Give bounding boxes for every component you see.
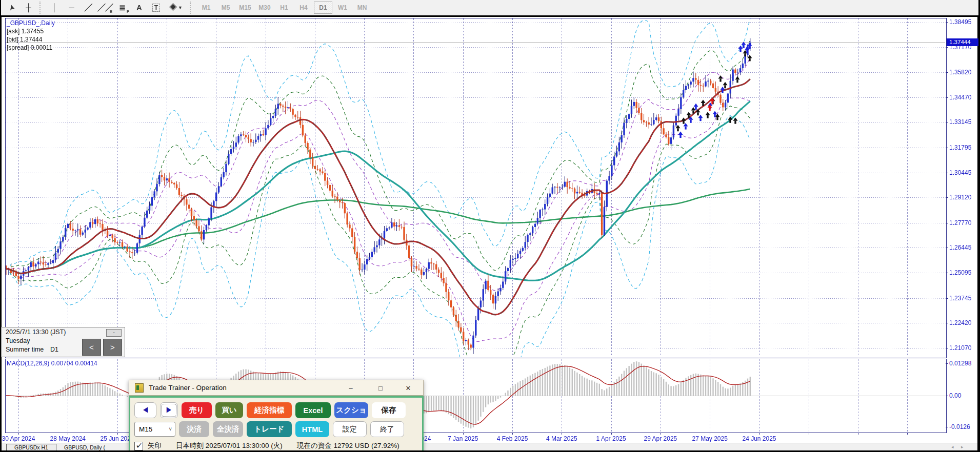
price-axis-label: 1.29120	[949, 194, 971, 201]
japan-time-label: 日本時刻 2025/07/01 13:30:00 (火)	[176, 441, 283, 450]
chart-tab-gbpusd-daily[interactable]: GBPUSD, Daily (	[64, 444, 105, 450]
macd-indicator-label: MACD(12,26,9) 0.00704 0.00414	[7, 360, 97, 367]
trend-line-icon[interactable]: ╱	[80, 2, 97, 14]
step-back-button[interactable]: <	[82, 339, 101, 356]
timeframe-button-h4[interactable]: H4	[294, 2, 313, 14]
spread-label: [spread] 0.00011	[7, 44, 52, 51]
price-axis-label: 1.31795	[949, 144, 971, 151]
date-axis-label: 4 Mar 2025	[546, 435, 577, 442]
text-icon[interactable]: A	[131, 2, 148, 14]
toolbar-separator	[190, 2, 194, 14]
timeframe-select[interactable]: M15 ˅	[134, 422, 175, 437]
info-season: Summer time	[6, 346, 44, 353]
date-axis-label: 29 Apr 2025	[644, 435, 677, 442]
bid-label: [bid] 1.37444	[7, 36, 42, 43]
balance-label: 現在の資金 12792 USD (27.92%)	[297, 441, 399, 450]
timeframe-group: M1M5M15M30H1H4D1W1MN	[196, 2, 372, 14]
symbol-label: _GBPUSD_,Daily	[7, 19, 55, 27]
timeframe-button-m30[interactable]: M30	[255, 2, 274, 14]
html-button[interactable]: HTML	[295, 421, 329, 437]
dialog-title: Trade Trainer - Operation	[149, 384, 227, 392]
price-axis-label: 1.33145	[949, 118, 971, 126]
price-axis-label: 1.30445	[949, 169, 971, 176]
date-axis-label: 27 May 2025	[692, 435, 727, 442]
excel-button[interactable]: Excel	[295, 402, 331, 418]
screenshot-button[interactable]: スクショ	[334, 402, 368, 418]
arrow-checkbox-label: 矢印	[148, 441, 162, 450]
prev-bar-button[interactable]: ◀	[134, 402, 156, 418]
arrows-shapes-icon[interactable]: ◈▼	[165, 2, 187, 14]
toolbar-separator	[39, 2, 44, 14]
price-axis: 1.384951.371701.358201.344701.331451.317…	[949, 0, 979, 452]
price-axis-label: 1.21070	[949, 344, 971, 352]
close-position-button[interactable]: 決済	[179, 421, 209, 437]
current-price-tag: 1.37444	[947, 38, 978, 46]
fibonacci-icon[interactable]: ≣F	[114, 2, 131, 14]
timeframe-button-w1[interactable]: W1	[333, 2, 352, 14]
price-axis-label: 1.35820	[949, 69, 971, 76]
price-axis-label: 1.25095	[949, 269, 971, 276]
app-icon	[135, 383, 144, 393]
info-datetime: 2025/7/1 13:30 (JST)	[6, 328, 66, 336]
timeframe-button-m5[interactable]: M5	[216, 2, 235, 14]
timeframe-button-h1[interactable]: H1	[275, 2, 293, 14]
text-label-icon[interactable]: T	[148, 2, 165, 14]
dialog-body: ◀ ▶ 売り 買い 経済指標 Excel スクショ 保存 M15 ˅ 決済 全決…	[129, 396, 424, 452]
settings-button[interactable]: 設定	[333, 421, 367, 437]
price-axis-label: 1.27770	[949, 219, 971, 227]
timeframe-button-m15[interactable]: M15	[236, 2, 254, 14]
window-frame	[0, 0, 1, 452]
close-icon[interactable]: ✕	[397, 380, 419, 396]
date-axis-label: 1 Apr 2025	[596, 435, 626, 442]
date-axis-label: 28 May 2024	[50, 435, 86, 442]
dialog-status-row: ✓ 矢印 日本時刻 2025/07/01 13:30:00 (火) 現在の資金 …	[134, 441, 422, 450]
date-axis-label: 24 Jun 2025	[742, 435, 776, 442]
info-timeframe: D1	[50, 346, 58, 353]
price-axis-label: 1.38495	[949, 18, 971, 26]
chevron-down-icon: ˅	[169, 426, 172, 432]
timeframe-button-m1[interactable]: M1	[197, 2, 215, 14]
trade-button[interactable]: トレード	[247, 421, 292, 437]
close-all-button[interactable]: 全決済	[213, 421, 243, 437]
exit-button[interactable]: 終了	[370, 421, 404, 437]
equidistant-channel-icon[interactable]: ╱╱E	[97, 2, 114, 14]
timeframe-button-d1[interactable]: D1	[314, 2, 332, 14]
price-axis-label: 1.23745	[949, 295, 971, 302]
sell-button[interactable]: 売り	[182, 402, 212, 418]
next-bar-button[interactable]: ▶	[160, 402, 178, 418]
trade-trainer-dialog: Trade Trainer - Operation – □ ✕ ◀ ▶ 売り 買…	[129, 380, 424, 452]
maximize-icon[interactable]: □	[370, 380, 391, 396]
info-minimize-button[interactable]: -	[106, 329, 122, 337]
date-axis-label: 30 Apr 2024	[2, 435, 35, 442]
cursor-icon[interactable]: ➤	[4, 0, 20, 17]
minimize-icon[interactable]: –	[340, 380, 362, 396]
arrow-checkbox[interactable]: ✓	[134, 442, 143, 450]
ask-label: [ask] 1.37455	[7, 28, 44, 35]
economic-calendar-button[interactable]: 経済指標	[247, 402, 292, 418]
price-axis-label: 1.26445	[949, 244, 971, 251]
info-box: 2025/7/1 13:30 (JST) Tuesday Summer time…	[1, 327, 125, 357]
crosshair-icon[interactable]: ┼	[20, 2, 37, 14]
buy-button[interactable]: 買い	[215, 402, 243, 418]
step-forward-button[interactable]: >	[103, 339, 122, 356]
save-button[interactable]: 保存	[372, 402, 406, 418]
toolbar: ➤ ┼ │ ─ ╱ ╱╱E ≣F A T ◈▼ M1M5M15M30H1H4D1…	[0, 0, 980, 16]
info-weekday: Tuesday	[6, 337, 30, 344]
dialog-titlebar[interactable]: Trade Trainer - Operation – □ ✕	[129, 380, 424, 396]
price-axis-label: 1.22420	[949, 319, 971, 326]
timeframe-button-mn[interactable]: MN	[353, 2, 371, 14]
vertical-line-icon[interactable]: │	[46, 2, 63, 14]
price-axis-label: 1.34470	[949, 94, 971, 101]
tab-scroll-arrows[interactable]: ◂ ▸	[951, 444, 967, 449]
horizontal-line-icon[interactable]: ─	[63, 2, 80, 14]
date-axis-label: 4 Feb 2025	[497, 435, 528, 442]
date-axis-label: 7 Jan 2025	[448, 435, 478, 442]
